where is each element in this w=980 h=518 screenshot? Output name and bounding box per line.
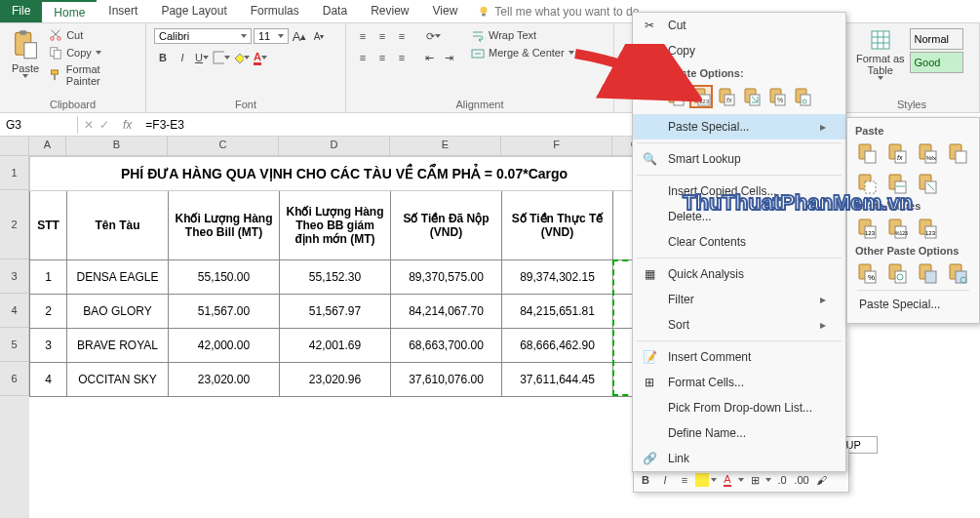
align-right-button[interactable]: ≡ [393, 49, 411, 66]
row-header-2[interactable]: 2 [0, 190, 29, 259]
sub-paste-formatting[interactable]: % [853, 259, 881, 287]
ctx-pick-list[interactable]: Pick From Drop-down List... [633, 395, 845, 420]
align-bottom-button[interactable]: ≡ [393, 27, 411, 45]
tab-formulas[interactable]: Formulas [239, 0, 311, 22]
sub-paste-picture[interactable] [914, 259, 941, 287]
ctx-link[interactable]: 🔗Link [633, 446, 845, 471]
paste-button[interactable]: Paste [8, 27, 43, 80]
increase-indent-button[interactable]: ⇥ [440, 49, 457, 66]
tab-view[interactable]: View [421, 0, 470, 22]
mini-format-painter[interactable]: 🖌 [812, 471, 830, 489]
mini-font-color[interactable]: A [719, 471, 736, 489]
font-color-button[interactable]: A [252, 49, 269, 66]
decrease-indent-button[interactable]: ⇤ [420, 49, 438, 66]
ctx-insert-copied[interactable]: Insert Copied Cells... [633, 179, 845, 204]
style-good[interactable]: Good [910, 52, 963, 73]
mini-border-2[interactable]: ⊞ [746, 471, 764, 489]
style-normal[interactable]: Normal [910, 28, 963, 50]
ctx-copy[interactable]: ⧉Copy [633, 38, 845, 63]
wrap-text-icon [471, 28, 485, 42]
col-header-f[interactable]: F [501, 137, 612, 156]
tab-home[interactable]: Home [42, 0, 97, 22]
paste-transpose-button[interactable] [740, 85, 764, 108]
ctx-clear-contents[interactable]: Clear Contents [633, 229, 845, 255]
sub-paste-values-src[interactable]: 123 [914, 215, 941, 242]
tab-page-layout[interactable]: Page Layout [149, 0, 238, 22]
mini-bold[interactable]: B [637, 471, 654, 489]
align-left-button[interactable]: ≡ [354, 49, 372, 66]
ctx-insert-comment[interactable]: 📝Insert Comment [633, 344, 845, 370]
col-header-b[interactable]: B [66, 137, 168, 156]
align-center-button[interactable]: ≡ [373, 49, 391, 66]
bold-button[interactable]: B [154, 49, 172, 66]
tab-review[interactable]: Review [359, 0, 420, 22]
format-as-table-button[interactable]: Format as Table [852, 27, 909, 82]
wrap-text-button[interactable]: Wrap Text [469, 27, 576, 43]
row-header-5[interactable]: 5 [0, 328, 29, 362]
col-header-d[interactable]: D [279, 137, 390, 156]
paste-formulas-button[interactable]: fx [715, 85, 738, 108]
sub-paste-keep-src[interactable] [944, 139, 971, 167]
ctx-cut[interactable]: ✂Cut [633, 13, 845, 38]
sub-paste-all[interactable] [853, 139, 881, 167]
align-middle-button[interactable]: ≡ [373, 27, 391, 45]
mini-decimal-dec[interactable]: .0 [773, 471, 791, 489]
fx-icon[interactable]: fx [115, 118, 139, 132]
ctx-delete[interactable]: Delete... [633, 204, 845, 229]
font-size-select[interactable]: 11 [254, 28, 289, 44]
enter-formula-icon[interactable]: ✓ [99, 118, 109, 132]
fill-color-button[interactable] [232, 49, 250, 66]
sub-paste-values[interactable]: 123 [853, 215, 881, 242]
tab-file[interactable]: File [0, 0, 42, 22]
sub-paste-formulas-num[interactable]: %fx [914, 139, 941, 167]
italic-button[interactable]: I [174, 49, 191, 66]
row-header-4[interactable]: 4 [0, 294, 29, 328]
tell-me-search[interactable]: Tell me what you want to do... [469, 0, 656, 22]
sub-paste-special-dialog[interactable]: Paste Special... [853, 294, 973, 315]
mini-fill-color[interactable] [695, 473, 709, 487]
align-top-button[interactable]: ≡ [354, 27, 372, 45]
ctx-paste-special[interactable]: Paste Special...▸ [633, 114, 845, 139]
col-header-a[interactable]: A [29, 137, 66, 156]
paste-link-button[interactable] [791, 85, 814, 108]
paste-values-button[interactable]: 123 [689, 85, 713, 108]
sub-paste-values-num[interactable]: %123 [883, 215, 911, 242]
sub-paste-linked-picture[interactable] [944, 259, 971, 287]
cut-button[interactable]: Cut [47, 27, 137, 43]
underline-button[interactable]: U [193, 49, 211, 66]
format-painter-button[interactable]: Format Painter [47, 62, 137, 88]
row-header-3[interactable]: 3 [0, 259, 29, 294]
ctx-smart-lookup[interactable]: 🔍Smart Lookup [633, 146, 845, 172]
ctx-format-cells[interactable]: ⊞Format Cells... [633, 370, 845, 395]
orientation-button[interactable]: ⟳ [424, 27, 442, 45]
merge-center-button[interactable]: Merge & Center [469, 45, 576, 60]
ctx-sort[interactable]: Sort▸ [633, 312, 845, 338]
tab-data[interactable]: Data [311, 0, 359, 22]
sub-paste-link[interactable] [883, 259, 911, 287]
row-header-6[interactable]: 6 [0, 362, 29, 396]
sub-paste-col-widths[interactable] [883, 170, 911, 197]
tab-insert[interactable]: Insert [97, 0, 149, 22]
ctx-filter[interactable]: Filter▸ [633, 287, 845, 312]
sub-paste-transpose[interactable] [914, 170, 941, 197]
increase-font-button[interactable]: A▴ [291, 27, 308, 45]
ctx-quick-analysis[interactable]: ▦Quick Analysis [633, 261, 845, 287]
font-name-select[interactable]: Calibri [154, 28, 252, 44]
mini-decimal-inc[interactable]: .00 [793, 471, 810, 489]
row-header-1[interactable]: 1 [0, 156, 29, 190]
paste-formatting-button[interactable]: % [765, 85, 789, 108]
mini-align[interactable]: ≡ [676, 471, 693, 489]
col-header-e[interactable]: E [390, 137, 501, 156]
sub-paste-no-borders[interactable] [853, 170, 881, 197]
mini-italic[interactable]: I [656, 471, 674, 489]
name-box[interactable]: G3 [0, 116, 78, 134]
paste-all-button[interactable] [664, 85, 687, 108]
svg-text:123: 123 [865, 230, 876, 236]
col-header-c[interactable]: C [168, 137, 279, 156]
cancel-formula-icon[interactable]: ✕ [84, 118, 94, 132]
borders-button[interactable] [213, 49, 230, 66]
copy-button[interactable]: Copy [47, 45, 137, 60]
ctx-define-name[interactable]: Define Name... [633, 420, 845, 446]
sub-paste-formulas[interactable]: fx [883, 139, 911, 167]
decrease-font-button[interactable]: A▾ [310, 27, 328, 45]
